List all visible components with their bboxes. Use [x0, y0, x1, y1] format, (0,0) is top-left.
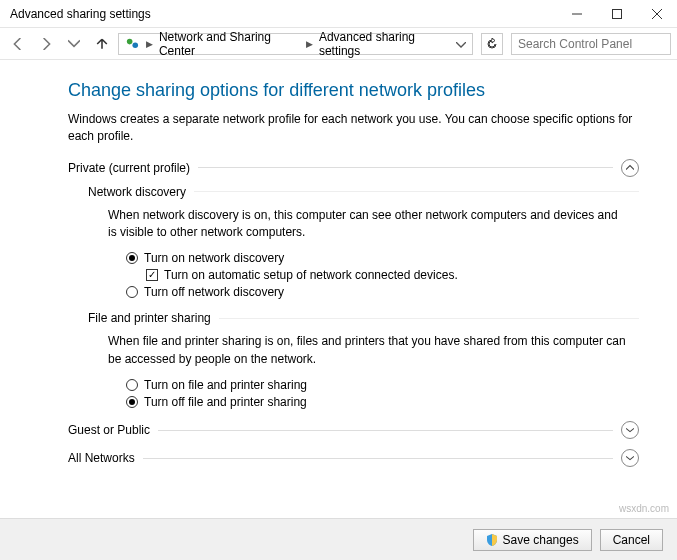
section-private-label: Private (current profile) [68, 161, 190, 175]
radio-fps-off[interactable]: Turn off file and printer sharing [126, 395, 639, 409]
expand-icon[interactable] [621, 449, 639, 467]
radio-fps-on[interactable]: Turn on file and printer sharing [126, 378, 639, 392]
crumb-network-sharing[interactable]: Network and Sharing Center [159, 30, 300, 58]
content-area: Change sharing options for different net… [0, 60, 677, 518]
svg-rect-1 [613, 9, 622, 18]
close-button[interactable] [637, 0, 677, 28]
breadcrumb-dropdown-icon[interactable] [456, 37, 466, 51]
shield-icon [486, 534, 498, 546]
chevron-right-icon: ▶ [306, 39, 313, 49]
radio-label: Turn off network discovery [144, 285, 284, 299]
radio-icon [126, 396, 138, 408]
recent-dropdown[interactable] [62, 32, 86, 56]
refresh-button[interactable] [481, 33, 503, 55]
radio-icon [126, 252, 138, 264]
footer: Save changes Cancel [0, 518, 677, 560]
section-private-header[interactable]: Private (current profile) [68, 159, 639, 177]
expand-icon[interactable] [621, 421, 639, 439]
navbar: ▶ Network and Sharing Center ▶ Advanced … [0, 28, 677, 60]
save-label: Save changes [503, 533, 579, 547]
network-discovery-label: Network discovery [88, 185, 186, 199]
cancel-label: Cancel [613, 533, 650, 547]
search-input[interactable] [511, 33, 671, 55]
window-title: Advanced sharing settings [0, 7, 557, 21]
forward-button[interactable] [34, 32, 58, 56]
radio-label: Turn on file and printer sharing [144, 378, 307, 392]
collapse-icon[interactable] [621, 159, 639, 177]
section-allnetworks-label: All Networks [68, 451, 135, 465]
section-allnetworks-header[interactable]: All Networks [68, 449, 639, 467]
checkbox-label: Turn on automatic setup of network conne… [164, 268, 458, 282]
radio-icon [126, 379, 138, 391]
minimize-button[interactable] [557, 0, 597, 28]
radio-label: Turn on network discovery [144, 251, 284, 265]
network-discovery-options: Turn on network discovery Turn on automa… [126, 251, 639, 299]
crumb-advanced-sharing[interactable]: Advanced sharing settings [319, 30, 450, 58]
up-button[interactable] [90, 32, 114, 56]
svg-point-5 [132, 43, 138, 49]
fps-options: Turn on file and printer sharing Turn of… [126, 378, 639, 409]
network-discovery-desc: When network discovery is on, this compu… [108, 207, 629, 242]
radio-netdisc-off[interactable]: Turn off network discovery [126, 285, 639, 299]
section-guest-label: Guest or Public [68, 423, 150, 437]
page-description: Windows creates a separate network profi… [68, 111, 639, 145]
save-button[interactable]: Save changes [473, 529, 592, 551]
section-guest-header[interactable]: Guest or Public [68, 421, 639, 439]
radio-icon [126, 286, 138, 298]
fps-label: File and printer sharing [88, 311, 211, 325]
subsection-file-printer-sharing: File and printer sharing [88, 311, 639, 325]
titlebar: Advanced sharing settings [0, 0, 677, 28]
control-panel-icon [125, 36, 140, 52]
radio-netdisc-on[interactable]: Turn on network discovery [126, 251, 639, 265]
checkbox-icon [146, 269, 158, 281]
chevron-right-icon: ▶ [146, 39, 153, 49]
back-button[interactable] [6, 32, 30, 56]
maximize-button[interactable] [597, 0, 637, 28]
subsection-network-discovery: Network discovery [88, 185, 639, 199]
fps-desc: When file and printer sharing is on, fil… [108, 333, 629, 368]
watermark: wsxdn.com [619, 503, 669, 514]
page-title: Change sharing options for different net… [68, 80, 639, 101]
checkbox-netdisc-auto[interactable]: Turn on automatic setup of network conne… [146, 268, 639, 282]
svg-point-4 [127, 39, 133, 45]
breadcrumb[interactable]: ▶ Network and Sharing Center ▶ Advanced … [118, 33, 473, 55]
radio-label: Turn off file and printer sharing [144, 395, 307, 409]
cancel-button[interactable]: Cancel [600, 529, 663, 551]
